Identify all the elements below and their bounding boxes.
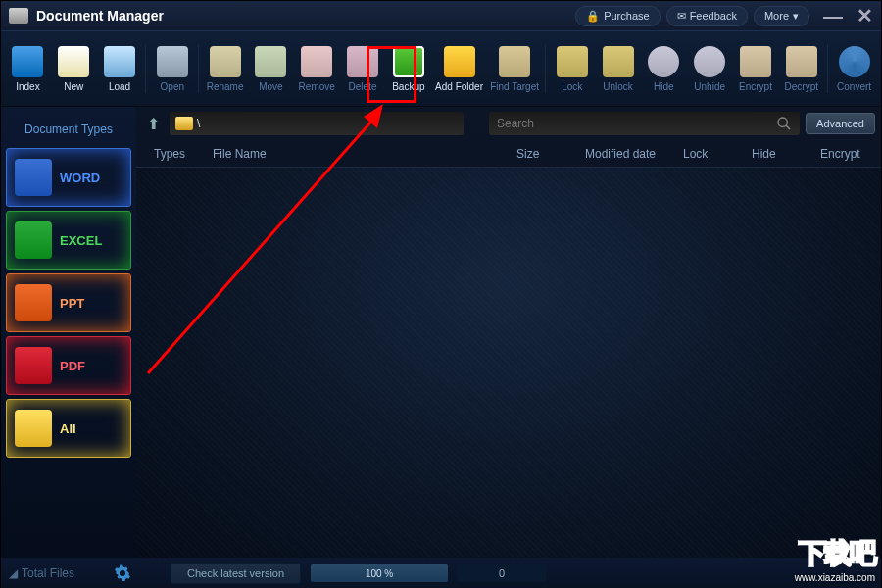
main-panel: ⬆ \ Advanced Types File Name Size Modifi… (136, 107, 881, 558)
close-button[interactable]: ✕ (857, 4, 873, 27)
load-icon (104, 46, 135, 77)
watermark: 下载吧 www.xiazaiba.com (795, 535, 875, 583)
add-folder-button[interactable]: Add Folder (431, 34, 487, 103)
toolbar-separator (145, 44, 146, 93)
move-icon (255, 46, 286, 77)
feedback-button[interactable]: ✉Feedback (666, 6, 748, 26)
sidebar-title: Document Types (5, 122, 132, 136)
excel-icon (15, 221, 52, 259)
chevron-down-icon: ▾ (793, 10, 799, 23)
svg-point-0 (778, 118, 787, 126)
word-icon (15, 159, 52, 196)
col-encrypt[interactable]: Encrypt (812, 147, 871, 161)
app-icon (9, 8, 28, 24)
backup-button[interactable]: Backup (385, 34, 431, 103)
statusbar: ◢Total Files Check latest version 100 % … (1, 558, 881, 588)
index-button[interactable]: Index (5, 34, 51, 103)
file-list-area[interactable] (136, 168, 881, 558)
type-all-button[interactable]: All (6, 399, 131, 458)
load-button[interactable]: Load (97, 34, 143, 103)
convert-icon (839, 46, 870, 77)
path-input[interactable]: \ (170, 112, 464, 135)
settings-button[interactable] (114, 564, 131, 582)
window-title: Document Manager (36, 8, 569, 24)
check-version-button[interactable]: Check latest version (171, 563, 301, 584)
unlock-icon (603, 46, 634, 77)
remove-button[interactable]: Remove (294, 34, 340, 103)
delete-button[interactable]: Delete (340, 34, 386, 103)
delete-icon (347, 46, 378, 77)
purchase-button[interactable]: 🔒Purchase (575, 6, 660, 26)
type-pdf-button[interactable]: PDF (6, 336, 131, 395)
hide-button[interactable]: Hide (641, 34, 687, 103)
convert-button[interactable]: Convert (831, 34, 877, 103)
type-ppt-button[interactable]: PPT (6, 273, 131, 332)
up-button[interactable]: ⬆ (142, 113, 164, 134)
hide-icon (648, 46, 679, 77)
toolbar-separator (827, 44, 828, 93)
unhide-button[interactable]: Unhide (687, 34, 733, 103)
search-field[interactable] (497, 117, 776, 130)
col-types[interactable]: Types (146, 147, 205, 161)
rename-button[interactable]: Rename (202, 34, 248, 103)
advanced-button[interactable]: Advanced (806, 113, 875, 134)
count-display: 0 (458, 564, 546, 582)
lock-button[interactable]: Lock (549, 34, 595, 103)
pathbar: ⬆ \ Advanced (136, 107, 881, 140)
open-button[interactable]: Open (149, 34, 195, 103)
new-button[interactable]: New (51, 34, 97, 103)
encrypt-icon (740, 46, 771, 77)
mail-icon: ✉ (677, 10, 686, 23)
encrypt-button[interactable]: Encrypt (733, 34, 779, 103)
ppt-icon (15, 284, 52, 321)
open-icon (157, 46, 188, 77)
pdf-icon (15, 347, 52, 384)
remove-icon (301, 46, 332, 77)
svg-line-1 (786, 125, 790, 129)
column-headers: Types File Name Size Modified date Lock … (136, 140, 881, 168)
backup-icon (393, 46, 424, 77)
unhide-icon (694, 46, 725, 77)
toolbar-separator (545, 44, 546, 93)
progress-bar: 100 % (311, 564, 448, 582)
minimize-button[interactable]: — (823, 5, 843, 27)
chart-icon: ◢ (9, 566, 18, 580)
find-target-icon (499, 46, 530, 77)
move-button[interactable]: Move (248, 34, 294, 103)
folder-icon (15, 410, 52, 447)
path-text: \ (197, 117, 200, 130)
find-target-button[interactable]: Find Target (487, 34, 543, 103)
type-excel-button[interactable]: EXCEL (6, 211, 131, 270)
search-input[interactable] (489, 112, 800, 135)
col-modified[interactable]: Modified date (577, 147, 675, 161)
lock-icon (557, 46, 588, 77)
add-folder-icon (444, 46, 475, 77)
folder-icon (175, 117, 193, 130)
toolbar-separator (198, 44, 199, 93)
new-icon (58, 46, 89, 77)
type-word-button[interactable]: WORD (6, 148, 131, 207)
sidebar: Document Types WORD EXCEL PPT PDF All (1, 107, 136, 558)
col-hide[interactable]: Hide (744, 147, 812, 161)
lock-icon: 🔒 (586, 10, 600, 23)
total-files-label: ◢Total Files (9, 566, 74, 580)
index-icon (12, 46, 43, 77)
col-lock[interactable]: Lock (675, 147, 744, 161)
decrypt-icon (786, 46, 817, 77)
more-button[interactable]: More▾ (754, 6, 809, 26)
col-size[interactable]: Size (509, 147, 577, 161)
rename-icon (210, 46, 241, 77)
col-filename[interactable]: File Name (205, 147, 509, 161)
unlock-button[interactable]: Unlock (595, 34, 641, 103)
titlebar: Document Manager 🔒Purchase ✉Feedback Mor… (1, 1, 881, 30)
toolbar: Index New Load Open Rename Move Remove D… (1, 30, 881, 107)
search-icon (776, 116, 792, 131)
decrypt-button[interactable]: Decrypt (778, 34, 824, 103)
